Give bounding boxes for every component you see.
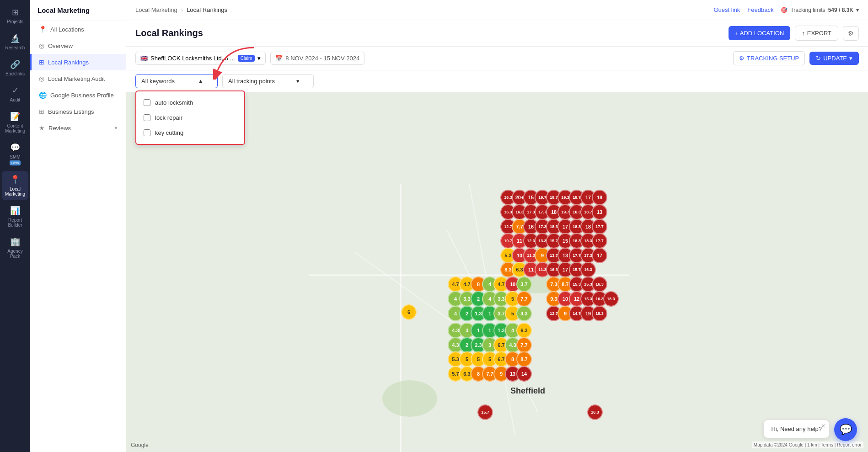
sidebar-item-research[interactable]: 🔬 Research xyxy=(2,30,28,54)
data-bubble-59[interactable]: 3.7 xyxy=(516,277,532,292)
sidebar-item-backlinks[interactable]: 🔗 Backlinks xyxy=(2,56,28,80)
data-bubble-105[interactable]: 5.3 xyxy=(448,351,463,367)
sidebar-item-content[interactable]: 📝 Content Marketing xyxy=(2,108,28,137)
sidebar-item-audit[interactable]: ✓ Audit xyxy=(2,82,28,106)
data-bubble-76[interactable]: 16.3 xyxy=(592,291,607,307)
data-bubble-24[interactable]: 18.3 xyxy=(569,219,584,234)
data-bubble-15[interactable]: 16.3 xyxy=(569,204,584,220)
data-bubble-56[interactable]: 4 xyxy=(482,277,498,292)
data-bubble-6[interactable]: 18.7 xyxy=(569,190,584,205)
chat-button[interactable]: 💬 xyxy=(834,418,857,441)
data-bubble-73[interactable]: 10 xyxy=(557,291,573,307)
data-bubble-51[interactable]: 15.7 xyxy=(569,262,584,277)
keyword-checkbox-1[interactable] xyxy=(144,99,150,106)
data-bubble-91[interactable]: 4.3 xyxy=(448,323,463,338)
data-bubble-64[interactable]: 16.3 xyxy=(592,277,607,292)
data-bubble-82[interactable]: 3.7 xyxy=(493,306,509,321)
data-bubble-50[interactable]: 17 xyxy=(557,262,573,277)
data-bubble-87[interactable]: 14.7 xyxy=(569,306,584,321)
data-bubble-1[interactable]: 20+ xyxy=(512,190,527,205)
data-bubble-34[interactable]: 18.3 xyxy=(580,233,596,249)
data-bubble-120[interactable]: 15.7 xyxy=(477,404,493,420)
data-bubble-44[interactable]: 17 xyxy=(592,248,607,263)
nav-google-business-profile[interactable]: 🌐 Google Business Profile xyxy=(30,87,126,103)
data-bubble-99[interactable]: 2 xyxy=(459,337,475,353)
keyword-menu-item-1[interactable]: auto locksmith xyxy=(136,95,244,110)
keyword-dropdown[interactable]: All keywords ▲ xyxy=(135,74,218,88)
data-bubble-117[interactable]: 13 xyxy=(505,366,520,382)
data-bubble-103[interactable]: 4.3 xyxy=(505,337,520,353)
nav-business-listings[interactable]: ⊞ Business Listings xyxy=(30,103,126,120)
data-bubble-16[interactable]: 18.7 xyxy=(580,204,596,220)
data-bubble-14[interactable]: 19.7 xyxy=(557,204,573,220)
update-button[interactable]: ↻ UPDATE ▾ xyxy=(809,52,859,65)
data-bubble-88[interactable]: 19 xyxy=(580,306,596,321)
keyword-menu-item-3[interactable]: key cutting xyxy=(136,125,244,140)
data-bubble-18[interactable]: 12.7 xyxy=(500,219,516,234)
data-bubble-35[interactable]: 17.7 xyxy=(592,233,607,249)
data-bubble-84[interactable]: 4.3 xyxy=(516,306,532,321)
chat-tooltip-close[interactable]: ✕ xyxy=(821,423,825,429)
data-bubble-106[interactable]: 5 xyxy=(459,351,475,367)
nav-reviews[interactable]: ★ Reviews ▼ xyxy=(30,120,126,136)
data-bubble-40[interactable]: 13.7 xyxy=(546,248,562,263)
data-bubble-98[interactable]: 4.3 xyxy=(448,337,463,353)
data-bubble-57[interactable]: 4.7 xyxy=(493,277,509,292)
data-bubble-4[interactable]: 19.7 xyxy=(546,190,562,205)
data-bubble-72[interactable]: 9.3 xyxy=(546,291,562,307)
data-bubble-107[interactable]: 5 xyxy=(471,351,486,367)
data-bubble-112[interactable]: 5.7 xyxy=(448,366,463,382)
nav-local-marketing-audit[interactable]: ◎ Local Marketing Audit xyxy=(30,70,126,87)
data-bubble-109[interactable]: 6.7 xyxy=(493,351,509,367)
data-bubble-61[interactable]: 8.7 xyxy=(557,277,573,292)
nav-all-locations[interactable]: 📍 All Locations xyxy=(30,21,126,37)
data-bubble-78[interactable]: 4 xyxy=(448,306,463,321)
nav-local-rankings[interactable]: ⊞ Local Rankings xyxy=(30,54,126,70)
data-bubble-17[interactable]: 13 xyxy=(592,204,607,220)
export-button[interactable]: ↑ EXPORT xyxy=(795,26,838,41)
data-bubble-113[interactable]: 6.3 xyxy=(459,366,475,382)
keyword-checkbox-3[interactable] xyxy=(144,129,150,136)
data-bubble-80[interactable]: 1.3 xyxy=(471,306,486,321)
data-bubble-75[interactable]: 15.3 xyxy=(580,291,596,307)
data-bubble-23[interactable]: 17 xyxy=(557,219,573,234)
data-bubble-96[interactable]: 4 xyxy=(505,323,520,338)
data-bubble-47[interactable]: 11 xyxy=(523,262,539,277)
data-bubble-58[interactable]: 10 xyxy=(505,277,520,292)
data-bubble-39[interactable]: 9 xyxy=(535,248,550,263)
data-bubble-12[interactable]: 17.7 xyxy=(535,204,550,220)
data-bubble-110[interactable]: 8 xyxy=(505,351,520,367)
data-bubble-20[interactable]: 16 xyxy=(523,219,539,234)
data-bubble-7[interactable]: 17 xyxy=(580,190,596,205)
data-bubble-8[interactable]: 18 xyxy=(592,190,607,205)
breadcrumb-parent[interactable]: Local Marketing xyxy=(135,6,177,13)
data-bubble-83[interactable]: 5 xyxy=(505,306,520,321)
data-bubble-11[interactable]: 17.3 xyxy=(523,204,539,220)
data-bubble-2[interactable]: 15 xyxy=(523,190,539,205)
data-bubble-70[interactable]: 5 xyxy=(505,291,520,307)
data-bubble-10[interactable]: 16.3 xyxy=(512,204,527,220)
data-bubble-9[interactable]: 16.3 xyxy=(500,204,516,220)
data-bubble-100[interactable]: 2.3 xyxy=(471,337,486,353)
data-bubble-55[interactable]: 8 xyxy=(471,277,486,292)
data-bubble-48[interactable]: 11.3 xyxy=(535,262,550,277)
data-bubble-92[interactable]: 3 xyxy=(459,323,475,338)
data-bubble-86[interactable]: 9 xyxy=(557,306,573,321)
data-bubble-95[interactable]: 1.3 xyxy=(493,323,509,338)
tracking-setup-button[interactable]: ⚙ TRACKING SETUP xyxy=(733,51,805,65)
sidebar-item-projects[interactable]: ⊞ Projects xyxy=(2,4,28,28)
data-bubble-116[interactable]: 9 xyxy=(493,366,509,382)
data-bubble-114[interactable]: 8 xyxy=(471,366,486,382)
data-bubble-119[interactable]: 16.3 xyxy=(587,404,603,420)
data-bubble-101[interactable]: 3 xyxy=(482,337,498,353)
data-bubble-52[interactable]: 16.3 xyxy=(580,262,596,277)
data-bubble-13[interactable]: 18 xyxy=(546,204,562,220)
data-bubble-90[interactable]: 6 xyxy=(401,304,417,320)
data-bubble-53[interactable]: 4.7 xyxy=(448,277,463,292)
data-bubble-19[interactable]: 7.7 xyxy=(512,219,527,234)
data-bubble-26[interactable]: 17.7 xyxy=(592,219,607,234)
data-bubble-93[interactable]: 1 xyxy=(471,323,486,338)
data-bubble-97[interactable]: 6.3 xyxy=(516,323,532,338)
data-bubble-54[interactable]: 4.7 xyxy=(459,277,475,292)
sidebar-item-local[interactable]: 📍 Local Marketing xyxy=(2,171,28,200)
